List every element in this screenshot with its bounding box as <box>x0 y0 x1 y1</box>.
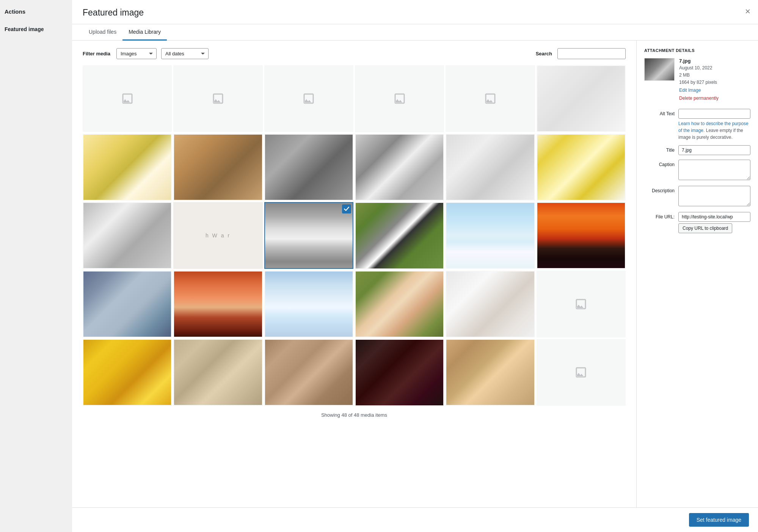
modal: Featured image × Upload files Media Libr… <box>72 0 758 532</box>
grid-cell[interactable] <box>537 202 626 269</box>
close-button[interactable]: × <box>744 5 752 17</box>
grid-cell[interactable] <box>83 65 172 132</box>
attachment-meta: 7.jpg August 10, 2022 2 MB 1664 by 827 p… <box>679 58 750 103</box>
image-cell-bg <box>537 66 625 131</box>
attachment-panel: ATTACHMENT DETAILS 7.jpg August 10, 2022… <box>637 41 758 507</box>
caption-row: Caption <box>644 160 750 181</box>
media-area: Filter media Images Audio Video Document… <box>72 41 637 507</box>
image-cell-bg <box>265 271 353 337</box>
grid-cell[interactable] <box>83 339 172 406</box>
image-cell-bg <box>356 203 443 268</box>
grid-cell[interactable] <box>446 134 535 201</box>
placeholder-icon <box>174 66 262 131</box>
grid-cell[interactable] <box>537 339 626 406</box>
grid-cell[interactable] <box>355 271 444 338</box>
selected-checkmark <box>342 204 351 213</box>
image-cell-bg <box>356 340 443 405</box>
grid-cell[interactable] <box>83 202 172 269</box>
text-cell-content: h W a r <box>206 232 231 239</box>
alt-text-input[interactable] <box>678 109 750 119</box>
search-area: Search <box>536 48 626 59</box>
image-cell-bg <box>537 135 625 200</box>
image-cell-bg <box>446 135 534 200</box>
filter-date-select[interactable]: All dates January 2023 February 2023 <box>161 48 209 59</box>
grid-cell[interactable] <box>173 134 262 201</box>
title-input[interactable] <box>678 145 750 155</box>
image-cell-bg <box>446 203 534 268</box>
image-grid: h W a r <box>83 65 626 406</box>
grid-cell[interactable] <box>264 65 353 132</box>
alt-text-label: Alt Text <box>644 109 678 116</box>
grid-cell[interactable] <box>355 134 444 201</box>
description-input[interactable] <box>678 186 750 206</box>
title-label: Title <box>644 145 678 153</box>
attachment-date: August 10, 2022 <box>679 64 750 72</box>
alt-text-control: Learn how to describe the purpose of the… <box>678 109 750 141</box>
image-cell-bg <box>356 135 443 200</box>
attachment-filename: 7.jpg <box>679 58 750 64</box>
caption-label: Caption <box>644 160 678 167</box>
image-cell-bg <box>174 135 262 200</box>
grid-cell[interactable] <box>264 339 353 406</box>
grid-cell[interactable] <box>355 65 444 132</box>
tab-upload-files[interactable]: Upload files <box>83 24 122 41</box>
image-cell-bg <box>356 271 443 337</box>
placeholder-icon <box>446 66 534 131</box>
attachment-dimensions: 1664 by 827 pixels <box>679 79 750 86</box>
sidebar-featured-image-label: Featured image <box>5 24 67 35</box>
tabs-bar: Upload files Media Library <box>72 24 758 41</box>
grid-cell[interactable] <box>446 65 535 132</box>
caption-input[interactable] <box>678 160 750 180</box>
tab-media-library[interactable]: Media Library <box>122 24 167 41</box>
image-cell-bg <box>537 203 625 268</box>
grid-cell[interactable] <box>537 134 626 201</box>
file-url-control: Copy URL to clipboard <box>678 212 750 233</box>
search-input[interactable] <box>557 48 626 59</box>
image-cell-bg <box>265 135 353 200</box>
grid-cell[interactable] <box>446 202 535 269</box>
file-url-input[interactable] <box>678 212 750 222</box>
modal-content: Filter media Images Audio Video Document… <box>72 41 758 507</box>
grid-cell[interactable] <box>173 339 262 406</box>
description-row: Description <box>644 186 750 207</box>
modal-header: Featured image × <box>72 0 758 24</box>
image-cell-bg <box>83 203 171 268</box>
grid-cell[interactable] <box>264 202 353 269</box>
placeholder-icon <box>537 271 625 337</box>
placeholder-icon <box>537 340 625 405</box>
filter-left: Filter media Images Audio Video Document… <box>83 48 209 59</box>
grid-cell[interactable] <box>264 134 353 201</box>
grid-cell[interactable] <box>446 271 535 337</box>
set-featured-image-button[interactable]: Set featured image <box>689 513 749 527</box>
attachment-preview: 7.jpg August 10, 2022 2 MB 1664 by 827 p… <box>644 58 750 103</box>
filter-row: Filter media Images Audio Video Document… <box>83 48 626 59</box>
description-control <box>678 186 750 207</box>
edit-image-link[interactable]: Edit Image <box>679 86 750 95</box>
file-url-row: File URL: Copy URL to clipboard <box>644 212 750 233</box>
image-cell-bg <box>83 271 171 337</box>
filter-type-select[interactable]: Images Audio Video Documents <box>116 48 157 59</box>
file-url-input-row <box>678 212 750 222</box>
grid-cell[interactable] <box>537 65 626 132</box>
grid-cell[interactable]: h W a r <box>173 202 262 269</box>
description-label: Description <box>644 186 678 193</box>
image-cell-bg <box>265 203 353 268</box>
grid-cell[interactable] <box>355 202 444 269</box>
grid-cell[interactable] <box>173 65 262 132</box>
sidebar: Actions Featured image <box>0 0 72 532</box>
placeholder-icon <box>356 66 443 132</box>
grid-cell[interactable] <box>264 271 353 337</box>
grid-cell[interactable] <box>355 339 444 406</box>
alt-text-row: Alt Text Learn how to describe the purpo… <box>644 109 750 141</box>
grid-cell[interactable] <box>537 271 626 337</box>
grid-cell[interactable] <box>83 271 172 337</box>
placeholder-icon <box>83 66 171 131</box>
grid-cell[interactable] <box>446 339 535 406</box>
attachment-size: 2 MB <box>679 72 750 79</box>
search-label: Search <box>536 51 552 56</box>
grid-cell[interactable] <box>83 134 172 201</box>
delete-permanently-link[interactable]: Delete permanently <box>679 94 750 103</box>
copy-url-button[interactable]: Copy URL to clipboard <box>678 223 732 233</box>
grid-cell[interactable] <box>173 271 262 337</box>
file-url-label: File URL: <box>644 212 678 220</box>
